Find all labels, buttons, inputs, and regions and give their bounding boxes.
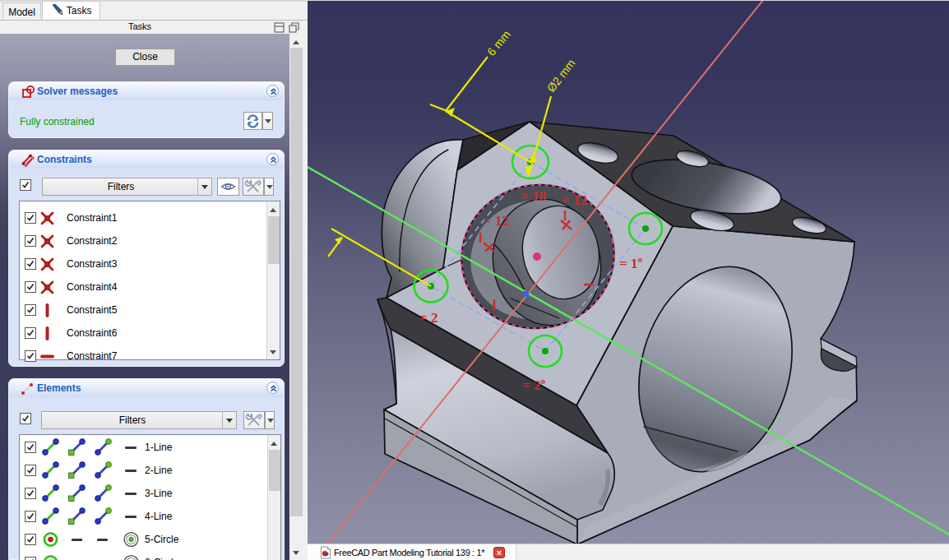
- svg-text:= 18: = 18: [521, 188, 546, 204]
- svg-text:= 12: = 12: [562, 192, 587, 208]
- svg-text:= 12: = 12: [484, 213, 509, 229]
- svg-text:= 1º: = 1º: [619, 256, 642, 271]
- svg-text:= 2º: = 2º: [522, 377, 545, 393]
- svg-text:= 2: = 2: [419, 310, 437, 326]
